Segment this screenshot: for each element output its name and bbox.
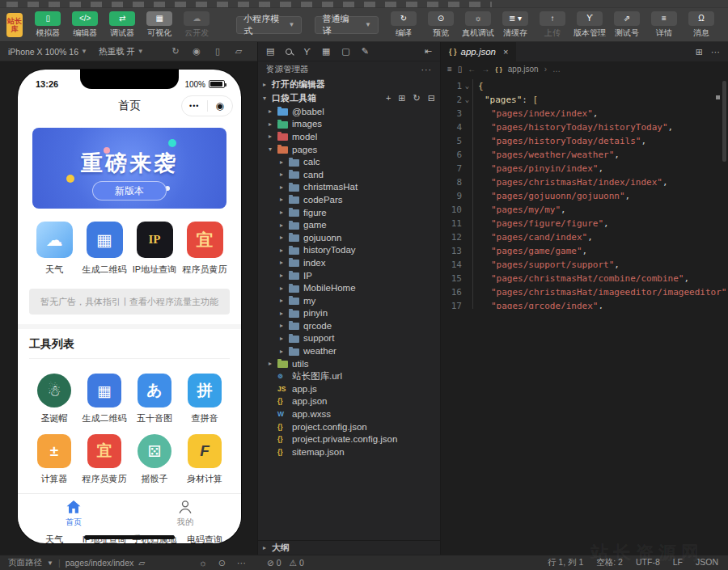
tree-item[interactable]: ▸ utils <box>258 357 440 370</box>
toolbar-right-button[interactable]: ⇗ 测试号 <box>608 11 645 39</box>
forward-icon[interactable]: → <box>481 65 489 74</box>
tool-grid-item[interactable]: 拼 查拼音 <box>180 374 230 424</box>
fold-icon[interactable] <box>462 107 472 120</box>
tree-item[interactable]: ▸ christmasHat <box>258 181 440 194</box>
minimize-icon[interactable]: ◉ <box>208 100 233 112</box>
tree-item[interactable]: ▸ calc <box>258 155 440 168</box>
tab-my[interactable]: 我的 <box>129 494 241 532</box>
quick-grid-item[interactable]: 宜 程序员黄历 <box>180 222 230 276</box>
box-icon[interactable]: ▢ <box>341 46 349 57</box>
promo-banner[interactable]: 重磅来袭 新版本 <box>32 128 226 209</box>
fold-icon[interactable] <box>462 299 472 309</box>
fold-icon[interactable] <box>462 148 472 162</box>
status-item[interactable]: LF <box>673 557 683 568</box>
tree-item[interactable]: ▸ game <box>258 218 440 231</box>
new-file-icon[interactable]: + <box>386 93 391 103</box>
status-item[interactable]: UTF-8 <box>636 557 660 568</box>
tree-item[interactable]: ▸ support <box>258 332 440 345</box>
tree-item[interactable]: {} sitemap.json <box>258 445 440 458</box>
mode-select[interactable]: 小程序模式 ▼ <box>236 16 302 34</box>
tree-item[interactable]: {} app.json <box>258 395 440 408</box>
toolbar-right-button[interactable]: ≡ 详情 <box>645 11 683 39</box>
tool-grid-item[interactable]: ☃ 圣诞帽 <box>29 374 79 424</box>
toolbar-action-button[interactable]: ⊙ 预览 <box>422 11 459 39</box>
device-frame-icon[interactable]: ▯ <box>207 46 228 57</box>
fold-icon[interactable] <box>462 189 472 203</box>
toolbar-view-button[interactable]: ☁ 云开发 <box>178 11 215 39</box>
capsule-menu[interactable]: ••• ◉ <box>181 95 233 116</box>
extensions-icon[interactable]: ▦ <box>322 46 330 57</box>
fold-icon[interactable] <box>462 162 472 175</box>
tree-item[interactable]: ▾ pages <box>258 143 440 156</box>
project-section[interactable]: ▾ 口袋工具箱 + ⊞ ↻ ⊟ <box>258 91 440 105</box>
tree-item[interactable]: ▸ historyToday <box>258 244 440 257</box>
fold-icon[interactable] <box>462 258 472 272</box>
tab-home[interactable]: 首页 <box>18 494 129 532</box>
fold-icon[interactable] <box>462 230 472 244</box>
fold-icon[interactable]: ⌄ <box>462 79 472 93</box>
tree-item[interactable]: ▸ gojuuonn <box>258 231 440 244</box>
status-item[interactable]: JSON <box>696 557 718 568</box>
tool-grid-item[interactable]: あ 五十音图 <box>129 374 180 424</box>
edit-icon[interactable]: ✎ <box>362 46 369 57</box>
fold-icon[interactable] <box>462 120 472 134</box>
tree-item[interactable]: W app.wxss <box>258 407 440 420</box>
tool-grid-item[interactable]: ⚄ 摇骰子 <box>129 434 180 485</box>
toolbar-action-button[interactable]: ☼ 真机调试 <box>459 11 497 39</box>
tool-grid-item[interactable]: F 身材计算 <box>180 434 230 485</box>
more-actions-icon[interactable]: ⋯ <box>711 47 720 57</box>
quick-grid-item[interactable]: ▦ 生成二维码 <box>79 222 129 276</box>
tree-item[interactable]: ▸ @babel <box>258 105 440 118</box>
hot-reload-toggle[interactable]: 热重载 开 <box>99 46 135 57</box>
tree-item[interactable]: ▸ weather <box>258 344 440 357</box>
files-icon[interactable]: ▤ <box>266 46 274 57</box>
status-item[interactable]: 行 1, 列 1 <box>548 557 583 568</box>
fold-icon[interactable] <box>462 285 472 299</box>
tree-item[interactable]: JS app.js <box>258 382 440 395</box>
tool-grid-item[interactable]: ▦ 生成二维码 <box>79 374 129 424</box>
toolbar-right-button[interactable]: ϒ 版本管理 <box>571 11 608 39</box>
toolbar-view-button[interactable]: ⇄ 调试器 <box>104 11 141 39</box>
outline-section[interactable]: ▸ 大纲 <box>258 540 440 555</box>
tree-item[interactable]: ▸ qrcode <box>258 319 440 332</box>
toolbar-view-button[interactable]: ▦ 可视化 <box>141 11 178 39</box>
toolbar-right-button[interactable]: ↑ 上传 <box>534 11 571 39</box>
fold-icon[interactable]: ⌄ <box>462 93 472 107</box>
fold-icon[interactable] <box>462 217 472 230</box>
debug-icon[interactable]: ☼ <box>199 558 207 568</box>
more-actions-icon[interactable]: ··· <box>421 65 433 74</box>
collapse-all-icon[interactable]: ⊟ <box>428 93 435 103</box>
tool-grid-item[interactable]: 宜 程序员黄历 <box>79 434 129 485</box>
tab-app-json[interactable]: { } app.json × <box>441 42 516 61</box>
collapse-sidebar-icon[interactable]: ⇤ <box>425 46 432 57</box>
quick-grid-item[interactable]: IP IP地址查询 <box>129 222 180 276</box>
tree-item[interactable]: ▸ index <box>258 256 440 269</box>
search-icon[interactable] <box>286 49 292 55</box>
toolbar-view-button[interactable]: ▯ 模拟器 <box>29 11 66 39</box>
tree-item[interactable]: ▸ model <box>258 130 440 143</box>
tool-grid-item[interactable]: ± 计算器 <box>29 434 79 485</box>
tree-item[interactable]: {} project.config.json <box>258 420 440 433</box>
refresh-icon[interactable]: ↻ <box>413 93 421 103</box>
status-item[interactable]: 空格: 2 <box>596 557 623 568</box>
toolbar-right-button[interactable]: Ω 消息 <box>683 11 720 39</box>
fold-icon[interactable] <box>462 175 472 189</box>
compile-select[interactable]: 普通编译 ▼ <box>315 16 379 34</box>
error-counter[interactable]: ⊘ 0 <box>267 558 281 568</box>
back-icon[interactable]: ← <box>468 65 476 74</box>
preview-icon[interactable]: ⊙ <box>218 558 226 568</box>
copy-icon[interactable]: ▱ <box>138 558 145 568</box>
fold-icon[interactable] <box>462 272 472 285</box>
split-editor-icon[interactable]: ⊞ <box>696 47 703 57</box>
new-version-button[interactable]: 新版本 <box>92 181 167 201</box>
outline-icon[interactable]: ≡ <box>447 65 452 74</box>
git-branch-icon[interactable]: ϒ <box>303 47 311 57</box>
more-icon[interactable]: ⋯ <box>237 558 246 568</box>
screenshot-icon[interactable]: ▱ <box>228 46 249 57</box>
page-path-label[interactable]: 页面路径 <box>8 557 42 568</box>
new-folder-icon[interactable]: ⊞ <box>398 93 405 103</box>
bookmark-icon[interactable]: ▯ <box>458 65 463 74</box>
fold-icon[interactable] <box>462 244 472 258</box>
more-icon[interactable]: ••• <box>182 102 207 110</box>
tree-item[interactable]: {} project.private.config.json <box>258 433 440 445</box>
